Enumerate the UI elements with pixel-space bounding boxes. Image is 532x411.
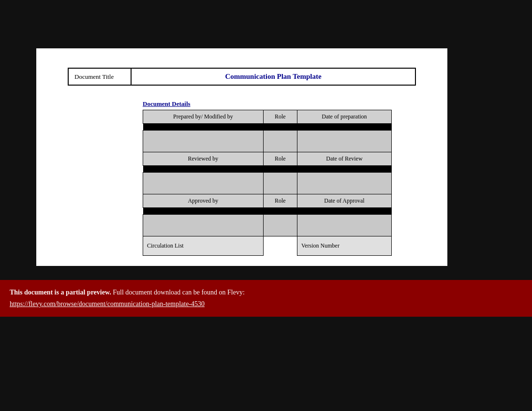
reviewed-col2: Role <box>263 152 297 166</box>
black-separator-2 <box>143 166 392 173</box>
reviewed-label: Reviewed by <box>143 152 264 166</box>
prepared-data-row <box>143 131 392 152</box>
approved-col2: Role <box>263 194 297 208</box>
title-table: Document Title Communication Plan Templa… <box>68 68 416 86</box>
title-label-cell: Document Title <box>68 68 131 85</box>
approved-data-col2 <box>263 215 297 236</box>
reviewed-header-row: Reviewed by Role Date of Review <box>143 152 392 166</box>
bottom-row: Circulation List Version Number <box>143 236 392 256</box>
prepared-data-col2 <box>263 131 297 152</box>
reviewed-col3: Date of Review <box>297 152 391 166</box>
preview-bold-text: This document is a partial preview. <box>10 289 111 296</box>
bottom-empty-cell <box>263 236 297 256</box>
preview-banner: This document is a partial preview. Full… <box>0 280 532 317</box>
document-title-value: Communication Plan Template <box>225 73 321 80</box>
reviewed-data-col2 <box>263 173 297 194</box>
col3-header: Date of preparation <box>297 110 391 124</box>
doc-details-section: Document Details Prepared by/ Modified b… <box>143 100 428 256</box>
black-separator-3 <box>143 208 392 215</box>
details-header-row: Prepared by/ Modified by Role Date of pr… <box>143 110 392 124</box>
prepared-data-col3 <box>297 131 391 152</box>
prepared-data-col1 <box>143 131 264 152</box>
document-title-label: Document Title <box>74 73 114 80</box>
preview-link[interactable]: https://flevy.com/browse/document/commun… <box>10 300 205 308</box>
approved-header-row: Approved by Role Date of Approval <box>143 194 392 208</box>
doc-details-heading: Document Details <box>143 100 428 108</box>
reviewed-data-col1 <box>143 173 264 194</box>
circulation-list-cell: Circulation List <box>143 236 264 256</box>
preview-normal-text: Full document download can be found on F… <box>111 289 245 296</box>
approved-data-col1 <box>143 215 264 236</box>
approved-data-col3 <box>297 215 391 236</box>
details-table: Prepared by/ Modified by Role Date of pr… <box>143 110 392 256</box>
reviewed-data-row <box>143 173 392 194</box>
version-number-cell: Version Number <box>297 236 391 256</box>
document-area: Document Title Communication Plan Templa… <box>36 48 447 266</box>
approved-col3: Date of Approval <box>297 194 391 208</box>
approved-data-row <box>143 215 392 236</box>
black-separator-1 <box>143 124 392 131</box>
col1-header: Prepared by/ Modified by <box>143 110 264 124</box>
title-value-cell: Communication Plan Template <box>131 68 415 85</box>
col2-header: Role <box>263 110 297 124</box>
bottom-black-area <box>0 317 532 411</box>
approved-label: Approved by <box>143 194 264 208</box>
reviewed-data-col3 <box>297 173 391 194</box>
